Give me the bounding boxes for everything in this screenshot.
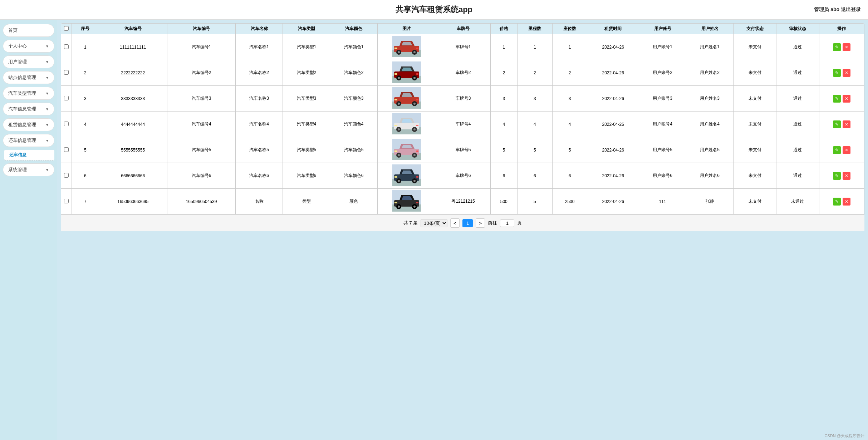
sidebar-item-cartype-mgmt[interactable]: 汽车类型管理 ▼ <box>3 87 54 100</box>
cell-pay-status: 未支付 <box>734 34 776 60</box>
sidebar-item-rent-mgmt[interactable]: 租赁信息管理 ▼ <box>3 118 54 131</box>
svg-rect-52 <box>394 176 397 178</box>
col-seats: 座位数 <box>552 24 587 34</box>
chevron-down-icon: ▼ <box>45 76 49 80</box>
cell-car-name: 汽车名称4 <box>236 112 283 137</box>
cell-seq: 7 <box>72 189 99 214</box>
svg-point-42 <box>413 154 416 156</box>
cell-seq: 6 <box>72 163 99 189</box>
cell-price: 3 <box>490 86 518 112</box>
edit-button-2[interactable]: ✎ <box>833 69 841 77</box>
cell-seats: 6 <box>552 163 587 189</box>
col-user-account: 用户账号 <box>639 24 686 34</box>
row-checkbox-6[interactable] <box>64 173 69 178</box>
cell-car-color: 汽车颜色2 <box>330 60 377 86</box>
delete-button-3[interactable]: ✕ <box>843 95 850 103</box>
cell-user-account: 用户账号4 <box>639 112 686 137</box>
edit-button-5[interactable]: ✎ <box>833 146 841 154</box>
cell-user-account: 用户账号5 <box>639 137 686 163</box>
cell-seats: 5 <box>552 137 587 163</box>
table-row: 7 1650960663695 1650960504539 名称 类型 颜色 <box>61 189 864 214</box>
row-checkbox-2[interactable] <box>64 70 69 75</box>
table-row: 3 3333333333 汽车编号3 汽车名称3 汽车类型3 汽车颜色3 <box>61 86 864 112</box>
cell-user-account: 用户账号3 <box>639 86 686 112</box>
sidebar-item-sys-mgmt[interactable]: 系统管理 ▼ <box>3 163 54 176</box>
cell-plate: 车牌号2 <box>436 60 490 86</box>
table-row: 6 6666666666 汽车编号6 汽车名称6 汽车类型6 汽车颜色6 <box>61 163 864 189</box>
row-checkbox-cell <box>61 86 72 112</box>
cell-mileage: 3 <box>518 86 553 112</box>
sidebar-item-return-mgmt[interactable]: 还车信息管理 ▼ <box>3 134 54 147</box>
delete-button-1[interactable]: ✕ <box>843 43 850 51</box>
cell-user-name: 用户姓名6 <box>686 163 734 189</box>
sidebar-item-personal[interactable]: 个人中心 ▼ <box>3 40 54 53</box>
sidebar-item-station-mgmt[interactable]: 站点信息管理 ▼ <box>3 71 54 84</box>
cell-car-num: 4444444444 <box>99 112 167 137</box>
row-checkbox-5[interactable] <box>64 147 69 152</box>
svg-point-60 <box>413 206 416 208</box>
cell-plate: 车牌号6 <box>436 163 490 189</box>
cell-rent-date: 2022-04-26 <box>587 189 639 214</box>
sidebar-sys-label: 系统管理 <box>8 167 27 173</box>
svg-point-13 <box>398 77 400 79</box>
row-checkbox-3[interactable] <box>64 96 69 100</box>
col-rent-date: 租赁时间 <box>587 24 639 34</box>
delete-button-5[interactable]: ✕ <box>843 146 850 154</box>
svg-rect-25 <box>394 99 397 100</box>
sidebar-item-user-mgmt[interactable]: 用户管理 ▼ <box>3 55 54 68</box>
sidebar-return-mgmt-label: 还车信息管理 <box>8 137 36 144</box>
cell-actions: ✎ ✕ <box>819 86 864 112</box>
svg-rect-34 <box>394 125 397 126</box>
cell-pay-status: 未支付 <box>734 137 776 163</box>
select-all-checkbox[interactable] <box>64 26 69 31</box>
svg-point-33 <box>413 128 416 130</box>
cell-car-type: 汽车类型6 <box>283 163 330 189</box>
cell-car-type: 汽车类型1 <box>283 34 330 60</box>
row-checkbox-7[interactable] <box>64 199 69 203</box>
prev-page-button[interactable]: < <box>450 218 460 228</box>
table-row: 1 11111111111 汽车编号1 汽车名称1 汽车类型1 汽车颜色1 <box>61 34 864 60</box>
edit-button-7[interactable]: ✎ <box>833 198 841 206</box>
delete-button-4[interactable]: ✕ <box>843 120 850 128</box>
col-car-num: 汽车编号 <box>99 24 167 34</box>
edit-button-6[interactable]: ✎ <box>833 172 841 180</box>
row-checkbox-4[interactable] <box>64 122 69 126</box>
footer-credit: CSDN @天成程序设计 <box>825 433 864 439</box>
main-content: 序号 汽车编号 汽车编号 汽车名称 汽车类型 汽车颜色 图片 车牌号 价格 里程… <box>57 20 868 440</box>
sidebar-item-home[interactable]: 首页 <box>3 24 54 37</box>
next-page-button[interactable]: > <box>476 218 485 228</box>
sidebar-item-return-info[interactable]: 还车信息 <box>4 150 54 160</box>
col-user-name: 用户姓名 <box>686 24 734 34</box>
delete-button-6[interactable]: ✕ <box>843 172 850 180</box>
sidebar-item-car-mgmt[interactable]: 汽车信息管理 ▼ <box>3 103 54 115</box>
edit-button-4[interactable]: ✎ <box>833 120 841 128</box>
cell-actions: ✎ ✕ <box>819 34 864 60</box>
edit-button-3[interactable]: ✎ <box>833 95 841 103</box>
row-checkbox-1[interactable] <box>64 44 69 49</box>
cell-car-type: 汽车类型4 <box>283 112 330 137</box>
cell-seats: 4 <box>552 112 587 137</box>
cell-rent-date: 2022-04-26 <box>587 112 639 137</box>
page-1-button[interactable]: 1 <box>462 219 473 227</box>
col-review-status: 审核状态 <box>776 24 819 34</box>
cell-pay-status: 未支付 <box>734 60 776 86</box>
logout-link[interactable]: 退出登录 <box>841 6 861 12</box>
cell-car-code: 汽车编号5 <box>167 137 235 163</box>
col-actions: 操作 <box>819 24 864 34</box>
sidebar-home-label: 首页 <box>8 27 18 34</box>
cell-user-name: 用户姓名2 <box>686 60 734 86</box>
table-row: 2 2222222222 汽车编号2 汽车名称2 汽车类型2 汽车颜色2 <box>61 60 864 86</box>
cell-actions: ✎ ✕ <box>819 112 864 137</box>
edit-button-1[interactable]: ✎ <box>833 43 841 51</box>
table-body: 1 11111111111 汽车编号1 汽车名称1 汽车类型1 汽车颜色1 <box>61 34 864 214</box>
row-checkbox-cell <box>61 163 72 189</box>
delete-button-7[interactable]: ✕ <box>843 198 850 206</box>
per-page-select[interactable]: 10条/页 20条/页 50条/页 <box>421 219 447 227</box>
svg-point-22 <box>398 103 400 105</box>
table-row: 4 4444444444 汽车编号4 汽车名称4 汽车类型4 汽车颜色4 <box>61 112 864 137</box>
delete-button-2[interactable]: ✕ <box>843 69 850 77</box>
svg-point-24 <box>413 103 416 105</box>
goto-page-input[interactable] <box>500 219 514 227</box>
admin-label: 管理员 abo <box>814 6 839 12</box>
cell-car-img <box>377 163 436 189</box>
